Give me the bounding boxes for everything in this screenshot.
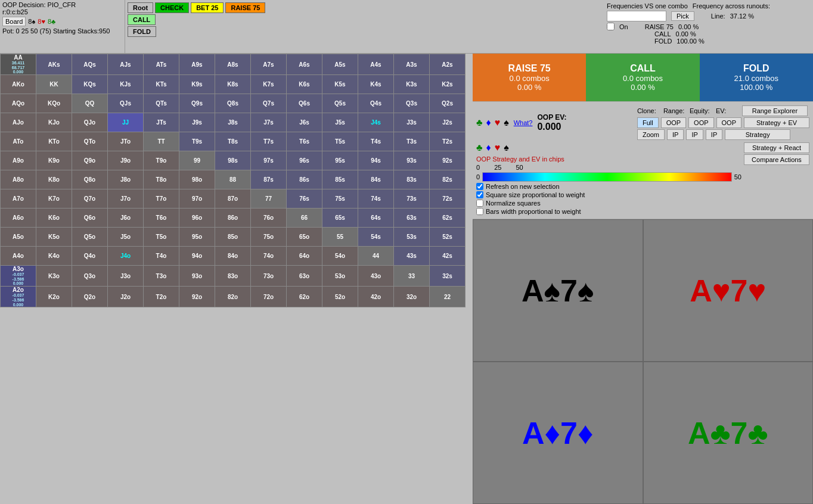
check-button[interactable]: CHECK xyxy=(155,2,189,13)
matrix-cell[interactable]: 66 xyxy=(287,209,322,228)
matrix-cell[interactable]: J5s xyxy=(322,113,358,132)
matrix-cell[interactable]: AKs xyxy=(36,54,72,75)
matrix-cell[interactable]: QTs xyxy=(144,94,179,113)
matrix-cell[interactable]: 65s xyxy=(322,209,358,228)
matrix-cell[interactable]: Q7s xyxy=(251,94,287,113)
matrix-cell[interactable]: T9o xyxy=(144,151,179,170)
matrix-cell[interactable]: 84o xyxy=(215,247,251,266)
matrix-cell[interactable]: TT xyxy=(144,132,179,151)
matrix-cell[interactable]: A3o-0.037 -3.586 0.000 xyxy=(1,266,36,287)
matrix-cell[interactable]: Q9o xyxy=(72,151,108,170)
matrix-cell[interactable]: K6s xyxy=(287,75,322,94)
matrix-cell[interactable]: J4s xyxy=(358,113,394,132)
compare-actions-button[interactable]: Compare Actions xyxy=(744,154,809,165)
matrix-cell[interactable]: AKo xyxy=(1,75,36,94)
matrix-cell[interactable]: AA36.411 68.717 0.000 xyxy=(1,54,36,75)
matrix-cell[interactable]: T7o xyxy=(144,189,179,209)
matrix-cell[interactable]: AQo xyxy=(1,94,36,113)
matrix-cell[interactable]: A8o xyxy=(1,170,36,189)
matrix-cell[interactable]: 97o xyxy=(179,189,215,209)
matrix-cell[interactable]: 95o xyxy=(179,228,215,247)
strategy-react-button[interactable]: Strategy + React xyxy=(744,142,809,153)
matrix-cell[interactable]: 72o xyxy=(251,287,287,307)
matrix-cell[interactable]: 62o xyxy=(287,287,322,307)
matrix-cell[interactable]: KQo xyxy=(36,94,72,113)
refresh-checkbox[interactable] xyxy=(476,183,483,190)
matrix-cell[interactable]: T2o xyxy=(144,287,179,307)
zoom-button[interactable]: Zoom xyxy=(637,129,665,140)
matrix-cell[interactable]: Q6s xyxy=(287,94,322,113)
matrix-cell[interactable]: A7s xyxy=(251,54,287,75)
matrix-cell[interactable]: 65o xyxy=(287,228,322,247)
matrix-cell[interactable]: KJo xyxy=(36,113,72,132)
matrix-cell[interactable]: 96o xyxy=(179,209,215,228)
range-explorer-button[interactable]: Range Explorer xyxy=(742,105,808,116)
matrix-cell[interactable]: Q8o xyxy=(72,170,108,189)
strategy-button[interactable]: Strategy xyxy=(725,129,790,140)
matrix-cell[interactable]: A3s xyxy=(394,54,430,75)
matrix-cell[interactable]: 33 xyxy=(394,266,430,287)
matrix-cell[interactable]: J9o xyxy=(108,151,144,170)
matrix-cell[interactable]: QJo xyxy=(72,113,108,132)
matrix-cell[interactable]: J6o xyxy=(108,209,144,228)
matrix-cell[interactable]: KK xyxy=(36,75,72,94)
oop-button-2[interactable]: OOP xyxy=(688,117,713,128)
matrix-cell[interactable]: 94o xyxy=(179,247,215,266)
matrix-cell[interactable]: 63s xyxy=(394,209,430,228)
matrix-cell[interactable]: Q9s xyxy=(179,94,215,113)
matrix-cell[interactable]: Q7o xyxy=(72,189,108,209)
matrix-cell[interactable]: 77 xyxy=(251,189,287,209)
matrix-cell[interactable]: A4s xyxy=(358,54,394,75)
matrix-cell[interactable]: J3s xyxy=(394,113,430,132)
on-checkbox[interactable] xyxy=(607,23,615,30)
matrix-cell[interactable]: T7s xyxy=(251,132,287,151)
matrix-cell[interactable]: 84s xyxy=(358,170,394,189)
matrix-cell[interactable]: 53o xyxy=(322,266,358,287)
matrix-cell[interactable]: 32s xyxy=(430,266,466,287)
matrix-cell[interactable]: T6o xyxy=(144,209,179,228)
matrix-cell[interactable]: K4o xyxy=(36,247,72,266)
matrix-cell[interactable]: 86o xyxy=(215,209,251,228)
matrix-cell[interactable]: 42s xyxy=(430,247,466,266)
matrix-cell[interactable]: 97s xyxy=(251,151,287,170)
raise-button[interactable]: RAISE 75 xyxy=(225,2,265,13)
matrix-cell[interactable]: A2s xyxy=(430,54,466,75)
matrix-cell[interactable]: QJs xyxy=(108,94,144,113)
matrix-cell[interactable]: T2s xyxy=(430,132,466,151)
matrix-cell[interactable]: A2o-0.037 -3.586 0.000 xyxy=(1,287,36,307)
matrix-cell[interactable]: J2s xyxy=(430,113,466,132)
matrix-cell[interactable]: T6s xyxy=(287,132,322,151)
matrix-cell[interactable]: 94s xyxy=(358,151,394,170)
matrix-cell[interactable]: Q2o xyxy=(72,287,108,307)
matrix-cell[interactable]: QQ xyxy=(72,94,108,113)
matrix-cell[interactable]: 22 xyxy=(430,287,466,307)
matrix-cell[interactable]: KTs xyxy=(144,75,179,94)
matrix-cell[interactable]: J8o xyxy=(108,170,144,189)
matrix-cell[interactable]: T3s xyxy=(394,132,430,151)
matrix-cell[interactable]: ATs xyxy=(144,54,179,75)
matrix-cell[interactable]: A9o xyxy=(1,151,36,170)
square-size-checkbox[interactable] xyxy=(476,191,483,198)
matrix-cell[interactable]: K5o xyxy=(36,228,72,247)
matrix-cell[interactable]: A6o xyxy=(1,209,36,228)
matrix-cell[interactable]: 74o xyxy=(251,247,287,266)
matrix-cell[interactable]: 82o xyxy=(215,287,251,307)
matrix-cell[interactable]: 85s xyxy=(322,170,358,189)
matrix-cell[interactable]: 52s xyxy=(430,228,466,247)
matrix-cell[interactable]: 82s xyxy=(430,170,466,189)
what-link[interactable]: What? xyxy=(514,119,533,126)
matrix-cell[interactable]: J6s xyxy=(287,113,322,132)
matrix-cell[interactable]: 98s xyxy=(215,151,251,170)
matrix-cell[interactable]: 63o xyxy=(287,266,322,287)
matrix-cell[interactable]: Q6o xyxy=(72,209,108,228)
matrix-cell[interactable]: 44 xyxy=(358,247,394,266)
matrix-cell[interactable]: 74s xyxy=(358,189,394,209)
matrix-cell[interactable]: KQs xyxy=(72,75,108,94)
matrix-cell[interactable]: J5o xyxy=(108,228,144,247)
matrix-cell[interactable]: 87s xyxy=(251,170,287,189)
matrix-cell[interactable]: K7s xyxy=(251,75,287,94)
matrix-cell[interactable]: T9s xyxy=(179,132,215,151)
ip-button-2[interactable]: IP xyxy=(686,129,703,140)
matrix-cell[interactable]: 75s xyxy=(322,189,358,209)
matrix-cell[interactable]: 85o xyxy=(215,228,251,247)
